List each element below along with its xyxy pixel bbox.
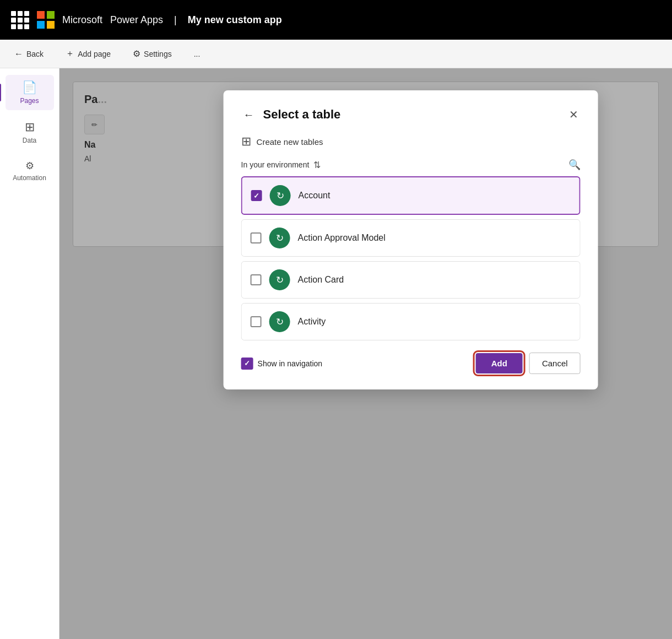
topbar-separator: | <box>174 14 177 26</box>
action-approval-icon-glyph: ↻ <box>276 232 284 244</box>
action-approval-checkbox[interactable] <box>251 232 262 243</box>
dialog-close-button[interactable]: ✕ <box>567 106 581 123</box>
canvas: Pa... ✏ Na Al ← Select a table <box>59 68 672 639</box>
sidebar-pages-label: Pages <box>20 97 39 105</box>
action-card-table-name: Action Card <box>298 275 344 285</box>
action-approval-table-icon: ↻ <box>269 228 290 248</box>
account-checkbox[interactable]: ✓ <box>251 190 262 201</box>
data-icon: ⊞ <box>25 120 35 134</box>
create-table-icon: ⊞ <box>241 134 251 149</box>
dialog-title: Select a table <box>263 107 341 122</box>
action-card-icon-glyph: ↻ <box>276 274 284 286</box>
app-name-label: Power Apps <box>110 14 163 26</box>
sidebar: 📄 Pages ⊞ Data ⚙ Automation <box>0 68 59 639</box>
sidebar-data-label: Data <box>23 137 36 144</box>
action-card-table-icon: ↻ <box>269 269 290 290</box>
back-button[interactable]: ← Back <box>10 47 48 61</box>
activity-table-icon: ↻ <box>269 311 290 332</box>
create-new-tables-row[interactable]: ⊞ Create new tables <box>241 134 581 149</box>
show-nav-checkbox[interactable]: ✓ <box>241 358 253 370</box>
checkbox-check-icon: ✓ <box>253 192 259 200</box>
more-button[interactable]: ... <box>189 47 205 61</box>
dialog-title-row: ← Select a table <box>241 106 341 123</box>
add-icon: ＋ <box>66 48 74 59</box>
add-page-button[interactable]: ＋ Add page <box>61 46 115 62</box>
toolbar: ← Back ＋ Add page ⚙ Settings ... <box>0 40 672 68</box>
dialog-header: ← Select a table ✕ <box>241 106 581 123</box>
account-icon-glyph: ↻ <box>277 190 284 202</box>
topbar: Microsoft Power Apps | My new custom app <box>0 0 672 40</box>
settings-label: Settings <box>144 50 172 58</box>
environment-label-row: In your environment ⇅ <box>241 160 321 170</box>
sidebar-item-data[interactable]: ⊞ Data <box>6 115 54 150</box>
dialog-back-icon: ← <box>243 109 254 121</box>
search-icon[interactable]: 🔍 <box>568 159 581 171</box>
activity-icon-glyph: ↻ <box>276 316 284 328</box>
table-list: ✓ ↻ Account ↻ Action Approval Model <box>241 176 581 340</box>
select-table-dialog: ← Select a table ✕ ⊞ Create new tables I… <box>224 90 598 389</box>
table-item-account[interactable]: ✓ ↻ Account <box>241 176 581 215</box>
create-new-tables-label: Create new tables <box>257 137 323 147</box>
environment-label: In your environment <box>241 160 310 169</box>
project-name-label: My new custom app <box>188 14 282 26</box>
activity-checkbox[interactable] <box>251 316 262 327</box>
sidebar-item-automation[interactable]: ⚙ Automation <box>6 154 54 187</box>
table-item-action-approval[interactable]: ↻ Action Approval Model <box>241 219 581 257</box>
table-item-activity[interactable]: ↻ Activity <box>241 303 581 340</box>
dialog-back-button[interactable]: ← <box>241 106 257 123</box>
show-in-navigation-row: ✓ Show in navigation <box>241 358 323 370</box>
back-icon: ← <box>14 49 23 59</box>
table-item-action-card[interactable]: ↻ Action Card <box>241 261 581 299</box>
main-area: 📄 Pages ⊞ Data ⚙ Automation Pa... ✏ Na A… <box>0 68 672 639</box>
account-table-icon: ↻ <box>270 185 291 206</box>
action-approval-table-name: Action Approval Model <box>298 233 386 243</box>
add-page-label: Add page <box>78 50 111 58</box>
apps-grid-icon[interactable] <box>11 11 29 29</box>
cancel-button[interactable]: Cancel <box>529 353 581 374</box>
settings-button[interactable]: ⚙ Settings <box>128 46 176 61</box>
sidebar-item-pages[interactable]: 📄 Pages <box>6 75 54 110</box>
close-icon: ✕ <box>569 108 578 121</box>
settings-icon: ⚙ <box>133 48 140 59</box>
automation-icon: ⚙ <box>25 160 34 172</box>
show-in-navigation-label: Show in navigation <box>258 359 323 368</box>
environment-row: In your environment ⇅ 🔍 <box>241 159 581 171</box>
microsoft-label: Microsoft <box>62 14 102 26</box>
show-nav-check-icon: ✓ <box>244 359 250 367</box>
sidebar-automation-label: Automation <box>13 174 46 182</box>
back-label: Back <box>26 50 44 58</box>
add-button[interactable]: Add <box>476 353 523 373</box>
sort-icon[interactable]: ⇅ <box>313 160 321 170</box>
action-card-checkbox[interactable] <box>251 274 262 285</box>
microsoft-logo <box>37 11 55 29</box>
dialog-footer: ✓ Show in navigation Add Cancel <box>241 353 581 374</box>
account-table-name: Account <box>299 191 330 201</box>
pages-icon: 📄 <box>22 80 37 95</box>
activity-table-name: Activity <box>298 317 326 327</box>
more-label: ... <box>194 50 200 58</box>
